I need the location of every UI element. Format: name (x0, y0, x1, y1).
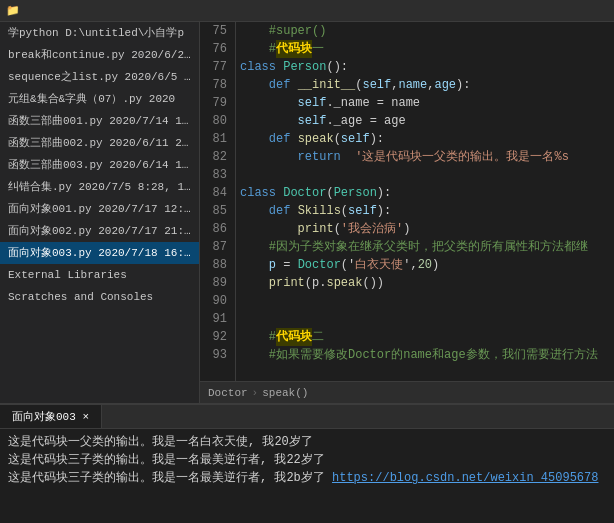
line-number-85: 85 (204, 202, 227, 220)
line-number-92: 92 (204, 328, 227, 346)
editor-area: 75767778798081828384858687888990919293 #… (200, 22, 614, 403)
code-line-77: class Person(): (240, 58, 610, 76)
terminal-tab-bar: 面向对象003 × (0, 405, 614, 429)
line-number-83: 83 (204, 166, 227, 184)
line-number-89: 89 (204, 274, 227, 292)
code-line-93: #如果需要修改Doctor的name和age参数，我们需要进行方法 (240, 346, 610, 364)
sidebar-item-tuple[interactable]: 元组&集合&字典（07）.py 2020 (0, 88, 199, 110)
sidebar-item-func2[interactable]: 函数三部曲002.py 2020/6/11 22:3: (0, 132, 199, 154)
sidebar-item-oop1[interactable]: 面向对象001.py 2020/7/17 12:13: (0, 198, 199, 220)
sidebar-item-python[interactable]: 学python D:\untitled\小自学p (0, 22, 199, 44)
project-icon: 📁 (6, 4, 20, 17)
line-number-80: 80 (204, 112, 227, 130)
terminal-line-1: 这是代码块三子类的输出。我是一名最美逆行者, 我22岁了 (8, 451, 606, 469)
sidebar-item-oop2[interactable]: 面向对象002.py 2020/7/17 21:18,: (0, 220, 199, 242)
code-line-91 (240, 310, 610, 328)
terminal-tab-oop3[interactable]: 面向对象003 × (0, 405, 102, 428)
code-line-78: def __init__(self,name,age): (240, 76, 610, 94)
terminal-line-0: 这是代码块一父类的输出。我是一名白衣天使, 我20岁了 (8, 433, 606, 451)
sidebar: 学python D:\untitled\小自学pbreak和continue.p… (0, 22, 200, 403)
line-number-75: 75 (204, 22, 227, 40)
code-line-79: self._name = name (240, 94, 610, 112)
line-numbers: 75767778798081828384858687888990919293 (200, 22, 236, 381)
main-layout: 学python D:\untitled\小自学pbreak和continue.p… (0, 22, 614, 403)
line-number-86: 86 (204, 220, 227, 238)
sidebar-item-break[interactable]: break和continue.py 2020/6/2 21: (0, 44, 199, 66)
code-line-87: #因为子类对象在继承父类时，把父类的所有属性和方法都继 (240, 238, 610, 256)
sidebar-item-oop3[interactable]: 面向对象003.py 2020/7/18 16:09,: (0, 242, 199, 264)
terminal-line-2: 这是代码块三子类的输出。我是一名最美逆行者, 我2b岁了 https://blo… (8, 469, 606, 487)
terminal-content: 这是代码块一父类的输出。我是一名白衣天使, 我20岁了这是代码块三子类的输出。我… (0, 429, 614, 491)
line-number-84: 84 (204, 184, 227, 202)
sidebar-item-libraries[interactable]: External Libraries (0, 264, 199, 286)
code-line-92: #代码块二 (240, 328, 610, 346)
terminal: 面向对象003 × 这是代码块一父类的输出。我是一名白衣天使, 我20岁了这是代… (0, 403, 614, 523)
code-line-76: #代码块一 (240, 40, 610, 58)
breadcrumb-sep-0: › (252, 387, 259, 399)
line-number-81: 81 (204, 130, 227, 148)
breadcrumb-part-1[interactable]: speak() (262, 387, 308, 399)
code-line-85: def Skills(self): (240, 202, 610, 220)
code-line-84: class Doctor(Person): (240, 184, 610, 202)
code-line-80: self._age = age (240, 112, 610, 130)
line-number-93: 93 (204, 346, 227, 364)
sidebar-item-consoles[interactable]: Scratches and Consoles (0, 286, 199, 308)
line-number-91: 91 (204, 310, 227, 328)
line-number-88: 88 (204, 256, 227, 274)
terminal-link[interactable]: https://blog.csdn.net/weixin_45095678 (332, 471, 598, 485)
sidebar-item-error[interactable]: 纠错合集.py 2020/7/5 8:28, 1.63 k: (0, 176, 199, 198)
code-line-82: return '这是代码块一父类的输出。我是一名%s (240, 148, 610, 166)
line-number-78: 78 (204, 76, 227, 94)
line-number-82: 82 (204, 148, 227, 166)
code-line-88: p = Doctor('白衣天使',20) (240, 256, 610, 274)
breadcrumb-part-0[interactable]: Doctor (208, 387, 248, 399)
line-number-87: 87 (204, 238, 227, 256)
code-line-83 (240, 166, 610, 184)
code-line-81: def speak(self): (240, 130, 610, 148)
line-number-79: 79 (204, 94, 227, 112)
line-number-90: 90 (204, 292, 227, 310)
line-number-76: 76 (204, 40, 227, 58)
sidebar-item-func1[interactable]: 函数三部曲001.py 2020/7/14 1:8: (0, 110, 199, 132)
code-line-86: print('我会治病') (240, 220, 610, 238)
code-content[interactable]: #super() #代码块一class Person(): def __init… (236, 22, 614, 381)
code-line-75: #super() (240, 22, 610, 40)
code-line-89: print(p.speak()) (240, 274, 610, 292)
breadcrumb: Doctor › speak() (200, 381, 614, 403)
sidebar-item-sequence[interactable]: sequence之list.py 2020/6/5 9:41: (0, 66, 199, 88)
code-editor: 75767778798081828384858687888990919293 #… (200, 22, 614, 381)
top-bar: 📁 (0, 0, 614, 22)
code-line-90 (240, 292, 610, 310)
line-number-77: 77 (204, 58, 227, 76)
sidebar-item-func3[interactable]: 函数三部曲003.py 2020/6/14 19:5: (0, 154, 199, 176)
